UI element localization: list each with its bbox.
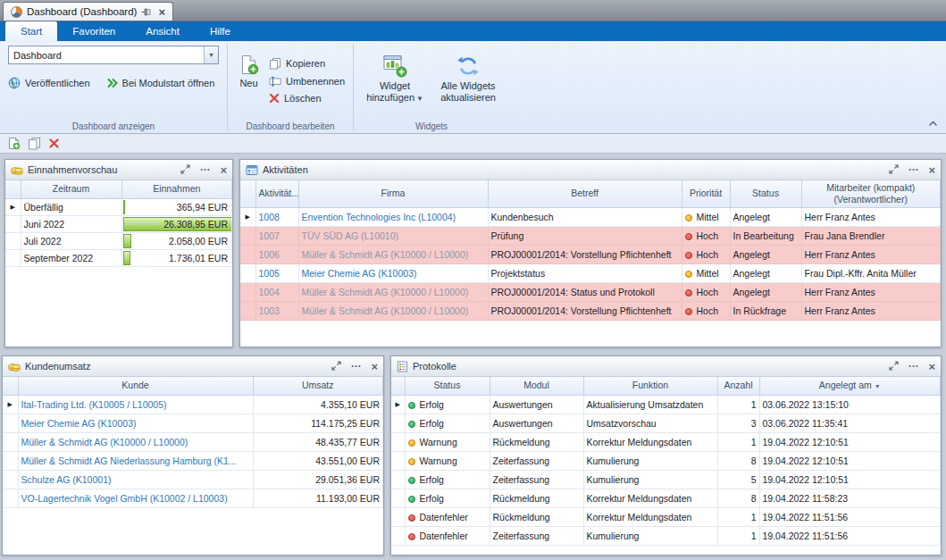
protokoll-row[interactable]: DatenfehlerZeiterfassungKumulierung119.0… bbox=[391, 526, 941, 545]
open-on-modulstart-button[interactable]: Bei Modulstart öffnen bbox=[106, 78, 215, 88]
einnahmen-row[interactable]: Juni 202226.308,95 EUR bbox=[5, 215, 232, 232]
widget-menu-icon[interactable]: … bbox=[199, 167, 211, 172]
aktivitaet-row[interactable]: 1006Müller & Schmidt AG (K10000 / L10000… bbox=[240, 245, 941, 263]
green-chevrons-icon bbox=[106, 78, 118, 88]
close-widget-icon[interactable]: × bbox=[928, 361, 935, 372]
ribbon-tab-start[interactable]: Start bbox=[5, 21, 57, 41]
protokoll-row[interactable]: ▶ErfolgAuswertungenAktualisierung Umsatz… bbox=[391, 395, 941, 414]
rename-dashboard-button[interactable]: Umbenennen bbox=[269, 75, 345, 88]
ribbon-tab-ansicht[interactable]: Ansicht bbox=[130, 21, 195, 41]
sort-desc-icon: ▼ bbox=[875, 383, 881, 389]
aktivitaet-row[interactable]: ▶1008Envention Technologies Inc (L10004)… bbox=[240, 207, 941, 226]
einnahmen-row[interactable]: September 20221.736,01 EUR bbox=[5, 249, 232, 266]
kundenumsatz-row[interactable]: Müller & Schmidt AG Niederlassung Hambur… bbox=[3, 451, 383, 470]
close-widget-icon[interactable]: × bbox=[220, 164, 227, 176]
protokoll-row[interactable]: DatenfehlerRückmeldungKorrektur Meldungs… bbox=[391, 507, 941, 526]
close-widget-icon[interactable]: × bbox=[371, 361, 378, 372]
kunde-link[interactable]: VO-Lagertechnik Vogel GmbH (K10002 / L10… bbox=[18, 489, 253, 507]
kundenumsatz-row[interactable]: Meier Chemie AG (K10003)114.175,25 EUR bbox=[3, 414, 383, 432]
protokoll-row[interactable]: ErfolgAuswertungenUmsatzvorschau303.06.2… bbox=[391, 414, 941, 432]
add-page-icon[interactable] bbox=[7, 137, 21, 150]
kunde-link[interactable]: Müller & Schmidt AG (K10000 / L10000) bbox=[18, 432, 253, 451]
kundenumsatz-row[interactable]: Müller & Schmidt AG (K10000 / L10000)48.… bbox=[3, 432, 383, 451]
aktivitaet-id-link[interactable]: 1003 bbox=[255, 301, 298, 320]
status-cell: Erfolg bbox=[405, 395, 490, 414]
kundenumsatz-row[interactable]: ▶Ital-Trading Ltd. (K10005 / L10005)4.35… bbox=[3, 395, 383, 414]
aktivitaet-id-link[interactable]: 1007 bbox=[255, 226, 298, 245]
einnahmen-cell: 2.058,00 EUR bbox=[121, 232, 232, 249]
kundenumsatz-row[interactable]: Schulze AG (K10001)29.051,36 EUR bbox=[3, 470, 383, 489]
modul-cell: Rückmeldung bbox=[490, 432, 583, 451]
firma-link[interactable]: Envention Technologies Inc (L10004) bbox=[298, 207, 488, 226]
aktivitaet-row[interactable]: 1003Müller & Schmidt AG (K10000 / L10000… bbox=[240, 301, 941, 320]
col-status[interactable]: Status bbox=[730, 180, 801, 207]
kundenumsatz-row[interactable]: VO-Lagertechnik Vogel GmbH (K10002 / L10… bbox=[3, 489, 383, 507]
ribbon-tab-hilfe[interactable]: Hilfe bbox=[195, 21, 246, 41]
kunde-link[interactable]: Schulze AG (K10001) bbox=[18, 470, 253, 489]
expand-widget-icon[interactable] bbox=[331, 361, 341, 372]
aktivitaet-row[interactable]: 1007TÜV SÜD AG (L10010)PrüfungHochIn Bea… bbox=[240, 226, 941, 245]
col-firma[interactable]: Firma bbox=[298, 180, 488, 207]
add-widget-button[interactable]: Widget hinzufügen▼ bbox=[362, 54, 428, 104]
firma-link[interactable]: Müller & Schmidt AG (K10000 / L10000) bbox=[298, 282, 488, 301]
kunde-link[interactable]: Ital-Trading Ltd. (K10005 / L10005) bbox=[18, 395, 253, 414]
collapse-ribbon-icon[interactable] bbox=[928, 120, 938, 127]
copy-dashboard-button[interactable]: Kopieren bbox=[269, 57, 345, 70]
einnahmen-row[interactable]: ▶Überfällig365,94 EUR bbox=[5, 198, 232, 215]
firma-link[interactable]: Meier Chemie AG (K10003) bbox=[298, 263, 488, 282]
protokoll-row[interactable]: ErfolgRückmeldungKorrektur Meldungsdaten… bbox=[391, 489, 941, 507]
col-prioritaet[interactable]: Priorität bbox=[682, 180, 730, 207]
combo-dropdown-icon[interactable]: ▼ bbox=[204, 46, 218, 63]
col-status[interactable]: Status bbox=[405, 377, 490, 395]
ribbon-tab-bar: Start Favoriten Ansicht Hilfe bbox=[0, 21, 946, 41]
expand-widget-icon[interactable] bbox=[889, 361, 899, 372]
aktivitaet-row[interactable]: 1005Meier Chemie AG (K10003)Projektstatu… bbox=[240, 263, 941, 282]
refresh-widgets-button[interactable]: Alle Widgets aktualisieren bbox=[435, 54, 501, 104]
window-tab-dashboard[interactable]: Dashboard (Dashboard) × bbox=[3, 2, 173, 21]
aktivitaet-id-link[interactable]: 1005 bbox=[255, 263, 298, 282]
firma-link[interactable]: Müller & Schmidt AG (K10000 / L10000) bbox=[298, 301, 488, 320]
kunde-link[interactable]: Meier Chemie AG (K10003) bbox=[18, 414, 253, 432]
firma-link[interactable]: TÜV SÜD AG (L10010) bbox=[298, 226, 488, 245]
col-angelegt-am[interactable]: Angelegt am▼ bbox=[759, 377, 941, 395]
widget-menu-icon[interactable]: … bbox=[908, 167, 919, 172]
anzahl-cell: 1 bbox=[717, 507, 759, 526]
close-tab-icon[interactable]: × bbox=[158, 6, 165, 18]
mitarbeiter-cell: Herr Franz Antes bbox=[801, 207, 941, 226]
delete-dashboard-button[interactable]: Löschen bbox=[269, 93, 345, 104]
aktivitaet-row[interactable]: 1004Müller & Schmidt AG (K10000 / L10000… bbox=[240, 282, 941, 301]
col-einnahmen[interactable]: Einnahmen bbox=[121, 180, 232, 198]
col-funktion[interactable]: Funktion bbox=[583, 377, 717, 395]
protokoll-row[interactable]: ErfolgZeiterfassungKumulierung519.04.202… bbox=[391, 470, 941, 489]
close-widget-icon[interactable]: × bbox=[928, 164, 935, 176]
expand-widget-icon[interactable] bbox=[889, 164, 899, 176]
col-kunde[interactable]: Kunde bbox=[18, 377, 253, 395]
col-mitarbeiter[interactable]: Mitarbeiter (kompakt) (Verantwortlicher) bbox=[801, 180, 941, 207]
widget-header: Einnahmenvorschau … × bbox=[5, 160, 232, 180]
col-betreff[interactable]: Betreff bbox=[488, 180, 682, 207]
dashboard-select[interactable]: Dashboard ▼ bbox=[8, 46, 219, 64]
col-modul[interactable]: Modul bbox=[490, 377, 583, 395]
ribbon-tab-favoriten[interactable]: Favoriten bbox=[57, 21, 130, 41]
aktivitaet-id-link[interactable]: 1006 bbox=[255, 245, 298, 263]
copy-page-icon[interactable] bbox=[28, 137, 41, 150]
col-aktivitaet[interactable]: Aktivität... bbox=[255, 180, 298, 207]
einnahmen-row[interactable]: Juli 20222.058,00 EUR bbox=[5, 232, 232, 249]
aktivitaet-id-link[interactable]: 1008 bbox=[255, 207, 298, 226]
protokoll-row[interactable]: WarnungZeiterfassungKumulierung819.04.20… bbox=[391, 451, 941, 470]
protokoll-row[interactable]: WarnungRückmeldungKorrektur Meldungsdate… bbox=[391, 432, 941, 451]
delete-page-icon[interactable] bbox=[48, 138, 60, 149]
expand-widget-icon[interactable] bbox=[180, 164, 190, 176]
aktivitaet-id-link[interactable]: 1004 bbox=[255, 282, 298, 301]
firma-link[interactable]: Müller & Schmidt AG (K10000 / L10000) bbox=[298, 245, 488, 263]
pin-icon[interactable] bbox=[141, 7, 151, 17]
publish-button[interactable]: Veröffentlichen bbox=[8, 77, 90, 89]
col-anzahl[interactable]: Anzahl bbox=[717, 377, 759, 395]
new-dashboard-button[interactable]: Neu bbox=[236, 54, 262, 104]
widget-menu-icon[interactable]: … bbox=[350, 364, 362, 369]
col-umsatz[interactable]: Umsatz bbox=[253, 377, 383, 395]
kunde-link[interactable]: Müller & Schmidt AG Niederlassung Hambur… bbox=[18, 451, 253, 470]
widget-menu-icon[interactable]: … bbox=[908, 364, 919, 369]
modul-cell: Auswertungen bbox=[490, 414, 583, 432]
col-zeitraum[interactable]: Zeitraum bbox=[21, 180, 121, 198]
